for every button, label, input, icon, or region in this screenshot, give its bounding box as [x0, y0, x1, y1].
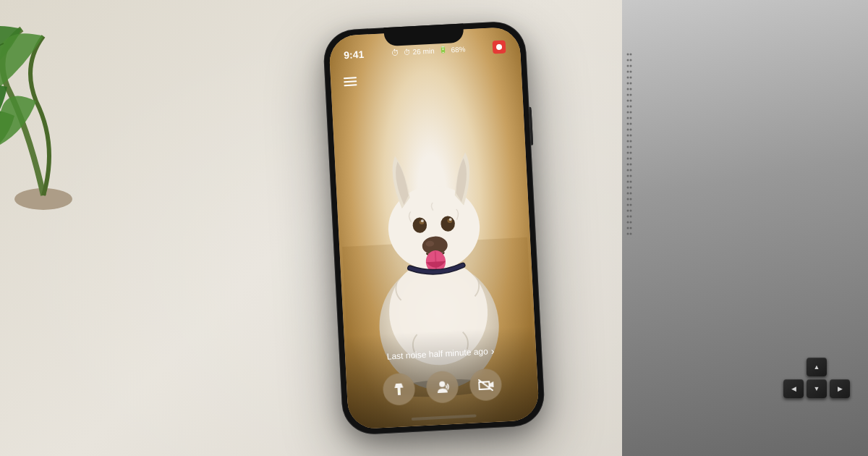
svg-point-35 — [627, 152, 629, 154]
svg-point-15 — [627, 94, 629, 96]
speaker-grille — [622, 43, 637, 261]
record-dot — [496, 44, 502, 50]
flashlight-button[interactable] — [382, 373, 415, 406]
svg-point-62 — [630, 227, 632, 229]
svg-point-57 — [627, 216, 629, 218]
svg-point-2 — [630, 54, 632, 56]
svg-point-40 — [630, 164, 632, 166]
status-time: 9:41 — [344, 48, 365, 61]
svg-point-6 — [630, 65, 632, 67]
svg-point-30 — [630, 135, 632, 137]
svg-point-51 — [627, 198, 629, 200]
svg-point-43 — [627, 175, 629, 177]
svg-point-27 — [627, 129, 629, 131]
spacer — [495, 73, 509, 74]
status-right — [493, 40, 506, 54]
svg-point-44 — [630, 175, 632, 177]
battery-percent: 68% — [451, 45, 466, 54]
phone: 9:41 ⏱ ⏱ 26 min 🔋 68% — [323, 20, 546, 436]
plant-decoration — [0, 0, 137, 217]
svg-point-21 — [627, 111, 629, 114]
svg-point-59 — [627, 221, 629, 224]
phone-screen: 9:41 ⏱ ⏱ 26 min 🔋 68% — [328, 26, 540, 429]
svg-point-13 — [627, 88, 629, 90]
svg-point-18 — [630, 100, 632, 102]
svg-point-11 — [627, 83, 629, 85]
svg-point-1 — [627, 54, 629, 56]
svg-point-54 — [630, 204, 632, 206]
svg-point-64 — [630, 233, 632, 235]
svg-point-9 — [627, 77, 629, 79]
svg-point-46 — [630, 181, 632, 183]
svg-point-45 — [627, 181, 629, 183]
svg-point-26 — [630, 123, 632, 125]
svg-point-50 — [630, 193, 632, 195]
svg-point-5 — [627, 65, 629, 67]
svg-point-39 — [627, 164, 629, 166]
timer-icon: ⏱ — [391, 48, 400, 57]
svg-point-8 — [630, 71, 632, 73]
scene: A ~ Z fn control option ▲ — [0, 0, 868, 456]
action-buttons — [382, 368, 502, 406]
svg-point-22 — [630, 111, 632, 114]
svg-point-34 — [630, 146, 632, 148]
svg-point-25 — [627, 123, 629, 125]
svg-point-23 — [627, 117, 629, 119]
svg-point-20 — [630, 106, 632, 108]
svg-point-53 — [627, 204, 629, 206]
svg-point-32 — [630, 140, 632, 143]
svg-point-3 — [627, 59, 629, 62]
status-center: ⏱ ⏱ 26 min 🔋 68% — [391, 44, 466, 56]
svg-point-31 — [627, 140, 629, 143]
record-button[interactable] — [493, 40, 506, 54]
svg-point-17 — [627, 100, 629, 102]
battery-icon: 🔋 — [438, 46, 447, 54]
svg-point-60 — [630, 221, 632, 224]
svg-point-58 — [630, 216, 632, 218]
svg-point-4 — [630, 59, 632, 62]
svg-point-24 — [630, 117, 632, 119]
svg-point-63 — [627, 233, 629, 235]
svg-point-12 — [630, 83, 632, 85]
arrow-down-key[interactable]: ▼ — [807, 379, 827, 398]
noise-label: Last noise half minute ago — [386, 345, 494, 363]
svg-point-55 — [627, 210, 629, 212]
svg-point-36 — [630, 152, 632, 154]
svg-marker-85 — [489, 381, 493, 387]
svg-point-37 — [627, 158, 629, 160]
arrow-left-key[interactable]: ◀ — [783, 379, 804, 398]
svg-point-42 — [630, 169, 632, 172]
svg-point-16 — [630, 94, 632, 96]
camera-mute-button[interactable] — [469, 368, 502, 401]
arrow-keys: ▲ ◀ ▼ ▶ — [783, 358, 850, 398]
bottom-overlay: Last noise half minute ago — [344, 326, 540, 430]
svg-point-19 — [627, 106, 629, 108]
svg-point-84 — [439, 381, 445, 387]
svg-point-47 — [627, 187, 629, 189]
menu-button[interactable] — [344, 77, 357, 86]
svg-point-38 — [630, 158, 632, 160]
arrow-up-key-cluster[interactable]: ▲ — [807, 358, 827, 376]
svg-point-41 — [627, 169, 629, 172]
svg-point-10 — [630, 77, 632, 79]
svg-point-61 — [627, 227, 629, 229]
svg-point-7 — [627, 71, 629, 73]
svg-marker-82 — [394, 384, 404, 396]
svg-point-29 — [627, 135, 629, 137]
timer-value: ⏱ 26 min — [404, 46, 435, 56]
svg-point-48 — [630, 187, 632, 189]
two-way-audio-button[interactable] — [425, 371, 459, 404]
svg-point-49 — [627, 193, 629, 195]
svg-point-52 — [630, 198, 632, 200]
svg-point-56 — [630, 210, 632, 212]
arrow-right-key[interactable]: ▶ — [830, 379, 850, 398]
svg-point-14 — [630, 88, 632, 90]
laptop-keyboard: A ~ Z fn control option ▲ — [622, 0, 868, 456]
svg-point-33 — [627, 146, 629, 148]
svg-point-28 — [630, 129, 632, 131]
